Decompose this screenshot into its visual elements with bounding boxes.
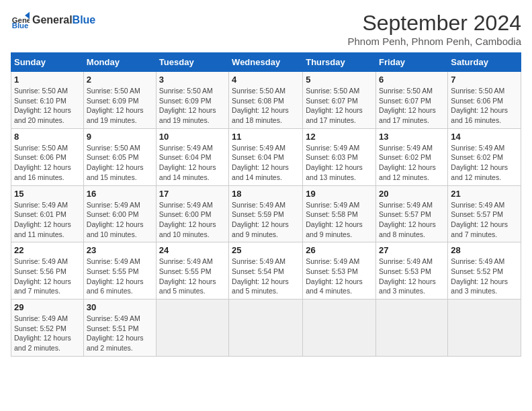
table-row: 1Sunrise: 5:50 AMSunset: 6:10 PMDaylight…: [11, 72, 84, 129]
table-row: 2Sunrise: 5:50 AMSunset: 6:09 PMDaylight…: [83, 72, 156, 129]
title-area: September 2024 Phnom Penh, Phnom Penh, C…: [348, 11, 522, 47]
calendar-header-row: Sunday Monday Tuesday Wednesday Thursday…: [11, 53, 521, 72]
logo-icon: General Blue: [11, 11, 30, 30]
logo: General Blue GeneralBlue: [11, 11, 95, 30]
table-row: 26Sunrise: 5:49 AMSunset: 5:53 PMDayligh…: [303, 242, 376, 300]
table-row: 8Sunrise: 5:50 AMSunset: 6:06 PMDaylight…: [11, 128, 84, 185]
table-row: 10Sunrise: 5:49 AMSunset: 6:04 PMDayligh…: [156, 128, 228, 185]
table-row: 7Sunrise: 5:50 AMSunset: 6:06 PMDaylight…: [448, 72, 521, 129]
table-row: [448, 300, 521, 357]
table-row: [156, 300, 228, 357]
table-row: 17Sunrise: 5:49 AMSunset: 6:00 PMDayligh…: [156, 185, 228, 242]
logo-general: General: [32, 14, 73, 26]
col-sunday: Sunday: [11, 53, 84, 72]
table-row: 24Sunrise: 5:49 AMSunset: 5:55 PMDayligh…: [156, 242, 228, 300]
table-row: 12Sunrise: 5:49 AMSunset: 6:03 PMDayligh…: [303, 128, 376, 185]
table-row: 6Sunrise: 5:50 AMSunset: 6:07 PMDaylight…: [376, 72, 448, 129]
logo-blue: Blue: [73, 14, 96, 26]
col-tuesday: Tuesday: [156, 53, 228, 72]
table-row: [376, 300, 448, 357]
table-row: 15Sunrise: 5:49 AMSunset: 6:01 PMDayligh…: [11, 185, 84, 242]
table-row: 20Sunrise: 5:49 AMSunset: 5:57 PMDayligh…: [376, 185, 448, 242]
col-friday: Friday: [376, 53, 448, 72]
table-row: 16Sunrise: 5:49 AMSunset: 6:00 PMDayligh…: [83, 185, 156, 242]
col-saturday: Saturday: [448, 53, 521, 72]
table-row: 9Sunrise: 5:50 AMSunset: 6:05 PMDaylight…: [83, 128, 156, 185]
table-row: 11Sunrise: 5:49 AMSunset: 6:04 PMDayligh…: [229, 128, 303, 185]
table-row: 18Sunrise: 5:49 AMSunset: 5:59 PMDayligh…: [229, 185, 303, 242]
col-thursday: Thursday: [303, 53, 376, 72]
location-title: Phnom Penh, Phnom Penh, Cambodia: [348, 36, 522, 47]
table-row: 4Sunrise: 5:50 AMSunset: 6:08 PMDaylight…: [229, 72, 303, 129]
table-row: 28Sunrise: 5:49 AMSunset: 5:52 PMDayligh…: [448, 242, 521, 300]
table-row: 27Sunrise: 5:49 AMSunset: 5:53 PMDayligh…: [376, 242, 448, 300]
table-row: [229, 300, 303, 357]
table-row: 23Sunrise: 5:49 AMSunset: 5:55 PMDayligh…: [83, 242, 156, 300]
table-row: 13Sunrise: 5:49 AMSunset: 6:02 PMDayligh…: [376, 128, 448, 185]
table-row: 5Sunrise: 5:50 AMSunset: 6:07 PMDaylight…: [303, 72, 376, 129]
table-row: [303, 300, 376, 357]
table-row: 22Sunrise: 5:49 AMSunset: 5:56 PMDayligh…: [11, 242, 84, 300]
table-row: 19Sunrise: 5:49 AMSunset: 5:58 PMDayligh…: [303, 185, 376, 242]
table-row: 25Sunrise: 5:49 AMSunset: 5:54 PMDayligh…: [229, 242, 303, 300]
col-wednesday: Wednesday: [229, 53, 303, 72]
month-title: September 2024: [348, 11, 522, 36]
table-row: 29Sunrise: 5:49 AMSunset: 5:52 PMDayligh…: [11, 300, 84, 357]
col-monday: Monday: [83, 53, 156, 72]
table-row: 21Sunrise: 5:49 AMSunset: 5:57 PMDayligh…: [448, 185, 521, 242]
svg-text:Blue: Blue: [12, 21, 29, 30]
table-row: 3Sunrise: 5:50 AMSunset: 6:09 PMDaylight…: [156, 72, 228, 129]
table-row: 30Sunrise: 5:49 AMSunset: 5:51 PMDayligh…: [83, 300, 156, 357]
page-header: General Blue GeneralBlue September 2024 …: [11, 11, 521, 47]
calendar-table: Sunday Monday Tuesday Wednesday Thursday…: [11, 52, 521, 357]
table-row: 14Sunrise: 5:49 AMSunset: 6:02 PMDayligh…: [448, 128, 521, 185]
